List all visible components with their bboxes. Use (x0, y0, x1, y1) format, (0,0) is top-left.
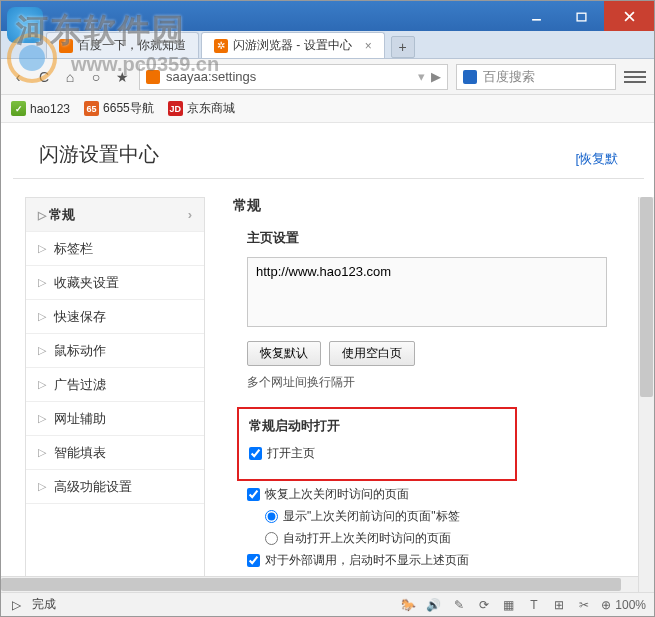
chevron-right-icon: › (188, 207, 192, 222)
radio-label: 自动打开上次关闭时访问的页面 (283, 530, 451, 547)
favorite-button[interactable]: ★ (113, 68, 131, 86)
tab-bar: 百度一下，你就知道 ✲ 闪游浏览器 - 设置中心 × + (1, 31, 654, 59)
settings-main: 常规 主页设置 恢复默认 使用空白页 多个网址间换行隔开 常规启动时打开 打开主… (205, 197, 654, 594)
external-checkbox[interactable] (247, 554, 260, 567)
back-button[interactable]: ‹ (9, 68, 27, 86)
sidebar-label: 鼠标动作 (54, 342, 106, 360)
status-textsize-icon[interactable]: T (526, 597, 541, 612)
search-engine-icon[interactable] (463, 70, 477, 84)
status-edit-icon[interactable]: ✎ (451, 597, 466, 612)
window-titlebar (1, 1, 654, 31)
n6655-icon: 65 (84, 101, 99, 116)
checkbox-label: 打开主页 (267, 445, 315, 462)
homepage-input[interactable] (247, 257, 607, 327)
new-tab-button[interactable]: + (391, 36, 415, 58)
tab-settings[interactable]: ✲ 闪游浏览器 - 设置中心 × (201, 32, 385, 58)
caret-icon: ▷ (38, 209, 49, 221)
vertical-scrollbar[interactable] (638, 197, 654, 594)
window-maximize-button[interactable] (559, 1, 604, 31)
tab-label: 闪游浏览器 - 设置中心 (233, 37, 352, 54)
sidebar-item-mouse[interactable]: ▷鼠标动作 (26, 334, 204, 368)
horizontal-scrollbar[interactable] (1, 576, 638, 592)
sidebar-item-favorites[interactable]: ▷收藏夹设置 (26, 266, 204, 300)
window-minimize-button[interactable] (514, 1, 559, 31)
page-title: 闪游设置中心 (39, 141, 159, 168)
sidebar-label: 收藏夹设置 (54, 274, 119, 292)
status-screenshot-icon[interactable]: ✂ (576, 597, 591, 612)
home-button[interactable]: ⌂ (61, 68, 79, 86)
caret-icon: ▷ (38, 446, 46, 459)
auto-open-radio[interactable] (265, 532, 278, 545)
startup-highlight-box: 常规启动时打开 打开主页 (237, 407, 517, 481)
tab-label: 百度一下，你就知道 (78, 37, 186, 54)
sidebar-item-adblock[interactable]: ▷广告过滤 (26, 368, 204, 402)
bookmark-hao123[interactable]: ✓hao123 (11, 101, 70, 116)
scroll-thumb[interactable] (640, 197, 653, 397)
main-menu-button[interactable] (624, 66, 646, 88)
address-text: saayaa:settings (166, 69, 412, 84)
hao123-icon: ✓ (11, 101, 26, 116)
status-target-icon[interactable]: ⊞ (551, 597, 566, 612)
reload-button[interactable]: C (35, 68, 53, 86)
status-image-icon[interactable]: ▦ (501, 597, 516, 612)
bookmark-label: 6655导航 (103, 100, 154, 117)
startup-title: 常规启动时打开 (249, 417, 505, 435)
sidebar-item-urlhelper[interactable]: ▷网址辅助 (26, 402, 204, 436)
settings-content: ▷ 常规› ▷标签栏 ▷收藏夹设置 ▷快速保存 ▷鼠标动作 ▷广告过滤 ▷网址辅… (1, 179, 654, 594)
favicon-baidu (59, 39, 73, 53)
sidebar-label: 网址辅助 (54, 410, 106, 428)
stop-button[interactable]: ○ (87, 68, 105, 86)
nav-toolbar: ‹ C ⌂ ○ ★ saayaa:settings ▾ ▶ 百度搜索 (1, 59, 654, 95)
app-icon (7, 7, 43, 43)
caret-icon: ▷ (38, 242, 46, 255)
radio-label: 显示"上次关闭前访问的页面"标签 (283, 508, 460, 525)
bookmark-label: 京东商城 (187, 100, 235, 117)
section-general-title: 常规 (233, 197, 640, 215)
caret-icon: ▷ (38, 412, 46, 425)
sidebar-item-quicksave[interactable]: ▷快速保存 (26, 300, 204, 334)
tab-close-icon[interactable]: × (365, 39, 372, 53)
caret-icon: ▷ (38, 344, 46, 357)
search-placeholder: 百度搜索 (483, 68, 535, 86)
address-bar[interactable]: saayaa:settings ▾ ▶ (139, 64, 448, 90)
homepage-title: 主页设置 (247, 229, 640, 247)
play-icon[interactable]: ▷ (9, 597, 24, 612)
window-close-button[interactable] (604, 1, 654, 31)
tab-baidu[interactable]: 百度一下，你就知道 (46, 32, 199, 58)
bookmark-jd[interactable]: JD京东商城 (168, 100, 235, 117)
status-sound-icon[interactable]: 🔊 (426, 597, 441, 612)
homepage-hint: 多个网址间换行隔开 (247, 374, 640, 391)
scroll-thumb[interactable] (1, 578, 621, 591)
caret-icon: ▷ (38, 378, 46, 391)
go-button[interactable]: ▶ (431, 69, 441, 84)
sidebar-label: 广告过滤 (54, 376, 106, 394)
jd-icon: JD (168, 101, 183, 116)
use-blank-button[interactable]: 使用空白页 (329, 341, 415, 366)
caret-icon: ▷ (38, 276, 46, 289)
settings-sidebar: ▷ 常规› ▷标签栏 ▷收藏夹设置 ▷快速保存 ▷鼠标动作 ▷广告过滤 ▷网址辅… (25, 197, 205, 594)
sidebar-item-general[interactable]: ▷ 常规› (26, 198, 204, 232)
sidebar-item-tabbar[interactable]: ▷标签栏 (26, 232, 204, 266)
sidebar-label: 快速保存 (54, 308, 106, 326)
search-box[interactable]: 百度搜索 (456, 64, 616, 90)
status-refresh-icon[interactable]: ⟳ (476, 597, 491, 612)
checkbox-label: 对于外部调用，启动时不显示上述页面 (265, 552, 469, 569)
sidebar-item-autofill[interactable]: ▷智能填表 (26, 436, 204, 470)
restore-default-button[interactable]: 恢复默认 (247, 341, 321, 366)
page-header: 闪游设置中心 [恢复默 (13, 123, 644, 179)
addr-dropdown-icon[interactable]: ▾ (418, 69, 425, 84)
open-homepage-checkbox[interactable] (249, 447, 262, 460)
sidebar-label: 智能填表 (54, 444, 106, 462)
zoom-control[interactable]: ⊕ 100% (601, 598, 646, 612)
sidebar-item-advanced[interactable]: ▷高级功能设置 (26, 470, 204, 504)
sidebar-label: 高级功能设置 (54, 478, 132, 496)
bookmark-6655[interactable]: 656655导航 (84, 100, 154, 117)
sidebar-label: 标签栏 (54, 240, 93, 258)
svg-rect-1 (577, 13, 586, 21)
status-horse-icon[interactable]: 🐎 (401, 597, 416, 612)
show-tab-radio[interactable] (265, 510, 278, 523)
zoom-reset-icon[interactable]: ⊕ (601, 598, 611, 612)
restore-defaults-link[interactable]: [恢复默 (575, 150, 618, 168)
restore-session-checkbox[interactable] (247, 488, 260, 501)
bookmark-label: hao123 (30, 102, 70, 116)
